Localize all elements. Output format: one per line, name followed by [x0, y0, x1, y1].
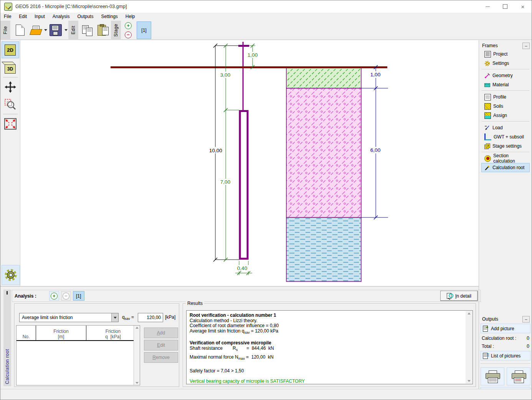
menu-file[interactable]: File [0, 13, 15, 21]
friction-mode-select[interactable]: Average limit skin friction [19, 313, 119, 322]
print-picture-button[interactable] [507, 367, 530, 385]
menu-help[interactable]: Help [122, 13, 139, 21]
scroll-up-icon [468, 313, 471, 314]
frame-item-gwt[interactable]: GWT + subsoil [481, 132, 530, 142]
results-groupbox: Results Root verification - calculation … [183, 303, 476, 387]
frame-item-geometry[interactable]: Geometry [481, 71, 530, 80]
2d-icon: 2D [5, 44, 16, 56]
frame-item-material[interactable]: Material [481, 80, 530, 89]
frame-item-profile[interactable]: Profile [481, 92, 530, 102]
dim-label-free-length: 3,00 [220, 72, 230, 78]
divider [482, 152, 529, 153]
frame-item-load[interactable]: Load [481, 123, 530, 132]
zoom-select-button[interactable] [2, 96, 19, 112]
soil-profile [286, 67, 361, 281]
plus-icon: + [51, 293, 58, 300]
window-title: GEO5 2016 - Micropile [C:\Micropile\scre… [15, 4, 127, 9]
total-count-row: Total : 0 [481, 342, 530, 350]
status-bar [0, 389, 532, 400]
open-file-button[interactable] [28, 22, 43, 39]
pan-arrows-icon [5, 81, 16, 93]
minimize-button[interactable] [479, 0, 496, 13]
maximize-button[interactable] [496, 0, 514, 13]
qsav-input[interactable] [138, 313, 163, 322]
dim-label-total: 10,00 [209, 148, 222, 153]
qsav-label: qsav = [122, 314, 134, 321]
fit-view-button[interactable] [2, 116, 19, 132]
frame-item-soils[interactable]: Soils [481, 102, 530, 111]
frame-item-assign[interactable]: Assign [481, 111, 530, 120]
menu-analysis[interactable]: Analysis [49, 13, 74, 21]
in-detail-button[interactable]: In detail [440, 291, 478, 301]
add-picture-button[interactable]: + Add picture [481, 324, 530, 333]
micropile [238, 42, 249, 259]
stage-1-button[interactable]: [1] [137, 21, 151, 39]
close-button[interactable]: × [514, 0, 532, 13]
save-file-button[interactable] [48, 22, 63, 39]
results-text: Root verification - calculation number 1… [190, 313, 463, 384]
menu-edit[interactable]: Edit [15, 13, 31, 21]
remove-analysis-button[interactable]: − [61, 291, 71, 301]
printer-picture-icon [512, 370, 525, 383]
scroll-up-icon [135, 327, 139, 329]
pan-button[interactable] [2, 79, 19, 95]
table-scrollbar[interactable] [134, 326, 140, 385]
list-of-pictures-icon [483, 353, 489, 359]
frame-item-calculation-root[interactable]: Calculation root [481, 163, 530, 172]
results-box: Root verification - calculation number 1… [186, 310, 473, 384]
print-document-button[interactable] [481, 367, 504, 385]
frame-item-stage-settings[interactable]: 12 Stage settings [481, 142, 530, 151]
outputs-minimize-button[interactable]: – [522, 316, 530, 323]
add-row-button[interactable]: Add [144, 328, 178, 338]
divider [481, 364, 530, 364]
frame-item-section-calculation[interactable]: Section calculation [481, 154, 530, 163]
menu-input[interactable]: Input [31, 13, 49, 21]
divider [482, 91, 529, 91]
remove-stage-button[interactable]: − [124, 31, 132, 39]
save-icon [50, 24, 62, 36]
divider [482, 69, 529, 70]
view-3d-button[interactable]: 3D [2, 59, 19, 76]
results-max-normal-force: Maximal normal force Nmax = 120,00 kN [190, 355, 463, 362]
edit-row-button[interactable]: Edit [144, 340, 178, 351]
micropile-head [238, 45, 249, 47]
remove-row-button[interactable]: Remove [144, 352, 178, 363]
list-of-pictures-button[interactable]: List of pictures [481, 351, 530, 360]
analysis-1-button[interactable]: [1] [73, 291, 84, 301]
combo-arrow-button[interactable] [111, 313, 118, 322]
frames-minimize-button[interactable]: – [522, 43, 530, 49]
results-legend: Results [186, 301, 204, 306]
results-avg-friction: Average limit skin friction qsav = 120,0… [190, 329, 463, 336]
paste-button[interactable] [96, 22, 111, 39]
frame-item-settings[interactable]: Settings [481, 59, 530, 68]
menu-settings[interactable]: Settings [97, 13, 121, 21]
new-file-button[interactable] [13, 22, 27, 39]
calc-root-count-row: Calculation root : 0 [481, 334, 530, 342]
drawing-canvas[interactable]: 10,00 3,00 [20, 40, 479, 286]
micropile-diagram: 10,00 3,00 [20, 40, 479, 286]
frames-panel: Frames – Project Settings Geometry [481, 42, 530, 172]
dim-label-layer2: 6,00 [370, 147, 380, 153]
profile-icon [484, 94, 491, 100]
results-shaft-resistance: Shaft resistanceRs= 844,46 kN [190, 346, 463, 353]
gwt-icon [484, 133, 491, 140]
results-scrollbar[interactable] [466, 311, 472, 384]
zoom-selection-icon [4, 98, 17, 110]
frame-item-project[interactable]: Project [481, 49, 530, 59]
save-file-dropdown[interactable] [63, 22, 68, 39]
open-file-dropdown[interactable] [43, 22, 48, 39]
copy-button[interactable] [81, 22, 95, 39]
load-icon [484, 125, 490, 131]
menu-outputs[interactable]: Outputs [73, 13, 97, 21]
add-stage-button[interactable]: + [124, 22, 132, 30]
view-2d-button[interactable]: 2D [2, 41, 19, 58]
copy-icon [82, 25, 94, 36]
add-analysis-button[interactable]: + [49, 291, 59, 301]
drawing-settings-button[interactable] [2, 265, 20, 285]
section-calculation-icon [484, 155, 491, 162]
results-title-1: Root verification - calculation number 1 [190, 313, 463, 318]
dim-label-head-above: 1,00 [248, 52, 258, 58]
app-icon [4, 3, 12, 11]
divider [3, 114, 18, 114]
frames-title: Frames [482, 43, 522, 48]
